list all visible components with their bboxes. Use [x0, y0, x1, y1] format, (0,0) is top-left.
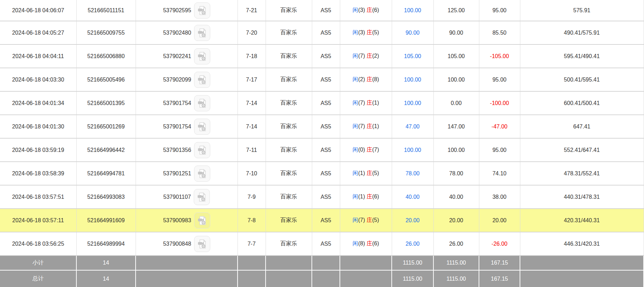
banker-label: 庄 — [366, 194, 372, 200]
game-result: 闲(1) 庄(6) — [340, 185, 392, 209]
video-replay-button[interactable] — [194, 72, 210, 88]
table-code: AS5 — [312, 162, 340, 185]
bet-amount-link[interactable]: 20.00 — [392, 209, 433, 232]
player-label: 闲 — [352, 147, 358, 153]
round-id: 537902099 — [163, 77, 191, 83]
table-code: AS5 — [312, 21, 340, 44]
round-number: 7-8 — [238, 209, 266, 232]
banker-label: 庄 — [366, 170, 372, 176]
bet-records-table: 2024-06-18 04:06:07 521665011151 5379025… — [0, 0, 644, 287]
video-replay-button[interactable] — [194, 166, 210, 182]
game-type: 百家乐 — [266, 209, 312, 232]
total-valid: 1115.00 — [433, 270, 479, 287]
round-id: 537901251 — [163, 170, 191, 177]
video-replay-button[interactable] — [194, 189, 210, 205]
bet-amount-link[interactable]: 90.00 — [392, 21, 433, 44]
table-row[interactable]: 2024-06-18 03:58:39 521664994781 5379012… — [0, 162, 644, 185]
win-loss: 95.00 — [479, 0, 520, 21]
round-id-cell: 537901251 — [136, 162, 238, 185]
win-loss: -47.00 — [479, 115, 520, 138]
table-row[interactable]: 2024-06-18 04:01:30 521665001269 5379017… — [0, 115, 644, 138]
video-replay-button[interactable] — [194, 119, 210, 135]
order-id: 521664989994 — [76, 232, 136, 255]
game-result: 闲(7) 庄(2) — [340, 44, 392, 68]
subtotal-row: 小计 14 1115.00 1115.00 167.15 — [0, 255, 644, 270]
round-number: 7-7 — [238, 232, 266, 255]
order-id: 521665011151 — [76, 0, 136, 21]
win-loss: 74.10 — [479, 162, 520, 185]
video-replay-button[interactable] — [194, 25, 210, 41]
table-row[interactable]: 2024-06-18 03:57:51 521664993083 5379011… — [0, 185, 644, 209]
bet-amount-link[interactable]: 100.00 — [392, 138, 433, 162]
order-id: 521665009755 — [76, 21, 136, 44]
win-loss: -26.00 — [479, 232, 520, 255]
valid-amount: 105.00 — [433, 44, 479, 68]
table-row[interactable]: 2024-06-18 03:57:11 521664991609 5379009… — [0, 209, 644, 232]
bet-amount-link[interactable]: 78.00 — [392, 162, 433, 185]
round-id-cell: 537901754 — [136, 91, 238, 115]
valid-amount: 0.00 — [433, 91, 479, 115]
win-loss: -105.00 — [479, 44, 520, 68]
win-loss: 85.50 — [479, 21, 520, 44]
round-id-cell: 537902595 — [136, 0, 238, 21]
video-replay-button[interactable] — [194, 95, 210, 111]
bet-amount-link[interactable]: 105.00 — [392, 44, 433, 68]
subtotal-count: 14 — [76, 255, 136, 270]
video-replay-button[interactable] — [194, 48, 210, 64]
video-icon — [197, 98, 207, 108]
round-number: 7-20 — [238, 21, 266, 44]
player-count: (7) — [358, 217, 365, 223]
video-replay-button[interactable] — [194, 142, 210, 158]
subtotal-valid: 1115.00 — [433, 255, 479, 270]
order-id: 521664996442 — [76, 138, 136, 162]
bet-amount-link[interactable]: 100.00 — [392, 0, 433, 21]
win-loss: -100.00 — [479, 91, 520, 115]
video-replay-button[interactable] — [194, 212, 210, 229]
bet-amount-link[interactable]: 40.00 — [392, 185, 433, 209]
valid-amount: 100.00 — [433, 138, 479, 162]
banker-label: 庄 — [366, 240, 372, 246]
video-replay-button[interactable] — [194, 236, 210, 252]
player-label: 闲 — [352, 217, 358, 223]
round-id: 537900848 — [163, 241, 191, 247]
round-id-cell: 537901107 — [136, 185, 238, 209]
bet-amount-link[interactable]: 47.00 — [392, 115, 433, 138]
bet-amount-link[interactable]: 100.00 — [392, 68, 433, 91]
round-number: 7-9 — [238, 185, 266, 209]
game-type: 百家乐 — [266, 91, 312, 115]
player-label: 闲 — [352, 29, 358, 35]
balance: 595.41/490.41 — [520, 44, 644, 68]
bet-amount-link[interactable]: 100.00 — [392, 91, 433, 115]
balance: 440.31/478.31 — [520, 185, 644, 209]
table-code: AS5 — [312, 138, 340, 162]
banker-label: 庄 — [366, 123, 372, 129]
banker-count: (6) — [372, 240, 379, 246]
round-id: 537902595 — [163, 7, 191, 14]
player-count: (7) — [358, 123, 365, 129]
round-id-cell: 537902241 — [136, 44, 238, 68]
table-row[interactable]: 2024-06-18 04:04:11 521665006880 5379022… — [0, 44, 644, 68]
valid-amount: 125.00 — [433, 0, 479, 21]
table-row[interactable]: 2024-06-18 03:56:25 521664989994 5379008… — [0, 232, 644, 255]
player-label: 闲 — [352, 100, 358, 106]
round-id-cell: 537900848 — [136, 232, 238, 255]
table-row[interactable]: 2024-06-18 04:05:27 521665009755 5379024… — [0, 21, 644, 44]
banker-count: (6) — [372, 7, 379, 13]
balance: 490.41/575.91 — [520, 21, 644, 44]
game-type: 百家乐 — [266, 0, 312, 21]
game-result: 闲(3) 庄(6) — [340, 0, 392, 21]
video-replay-button[interactable] — [194, 2, 210, 19]
video-icon — [197, 28, 207, 38]
round-number: 7-21 — [238, 0, 266, 21]
table-row[interactable]: 2024-06-18 03:59:19 521664996442 5379013… — [0, 138, 644, 162]
player-count: (7) — [358, 53, 365, 59]
table-row[interactable]: 2024-06-18 04:06:07 521665011151 5379025… — [0, 0, 644, 21]
table-row[interactable]: 2024-06-18 04:03:30 521665005496 5379020… — [0, 68, 644, 91]
total-winloss: 167.15 — [479, 270, 520, 287]
banker-count: (5) — [372, 170, 379, 176]
table-row[interactable]: 2024-06-18 04:01:34 521665001395 5379017… — [0, 91, 644, 115]
player-count: (2) — [358, 76, 365, 82]
bet-amount-link[interactable]: 26.00 — [392, 232, 433, 255]
round-id-cell: 537902099 — [136, 68, 238, 91]
valid-amount: 100.00 — [433, 68, 479, 91]
